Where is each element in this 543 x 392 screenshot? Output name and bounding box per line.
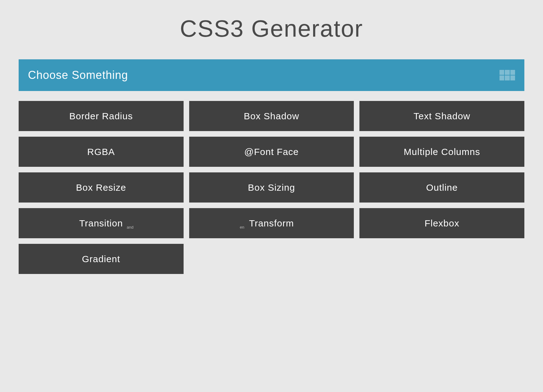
option-box-sizing[interactable]: Box Sizing xyxy=(189,172,354,203)
option-transform[interactable]: Transform xyxy=(189,208,354,238)
grid-icon-cell xyxy=(500,75,504,80)
app-container: CSS3 Generator Choose Something Border R… xyxy=(0,0,543,274)
option-font-face[interactable]: @Font Face xyxy=(189,137,354,167)
option-gradient[interactable]: Gradient xyxy=(19,244,184,274)
background-text-fragment: and xyxy=(127,225,134,230)
grid-icon-cell xyxy=(500,70,504,75)
option-box-resize[interactable]: Box Resize xyxy=(19,172,184,203)
grid-icon-cell xyxy=(505,70,509,75)
option-transition[interactable]: Transition xyxy=(19,208,184,238)
grid-icon-cell xyxy=(505,75,509,80)
option-rgba[interactable]: RGBA xyxy=(19,137,184,167)
option-box-shadow[interactable]: Box Shadow xyxy=(189,101,354,131)
options-grid: Border Radius Box Shadow Text Shadow RGB… xyxy=(19,101,524,274)
page-title: CSS3 Generator xyxy=(19,0,524,59)
option-text-shadow[interactable]: Text Shadow xyxy=(359,101,524,131)
selector-header-label: Choose Something xyxy=(28,69,128,82)
background-text-fragment: en xyxy=(240,225,244,230)
option-flexbox[interactable]: Flexbox xyxy=(359,208,524,238)
option-multiple-columns[interactable]: Multiple Columns xyxy=(359,137,524,167)
option-outline[interactable]: Outline xyxy=(359,172,524,203)
selector-header[interactable]: Choose Something xyxy=(19,59,524,91)
grid-icon-cell xyxy=(510,75,515,80)
option-border-radius[interactable]: Border Radius xyxy=(19,101,184,131)
grid-icon-cell xyxy=(510,70,515,75)
grid-icon[interactable] xyxy=(500,70,515,80)
